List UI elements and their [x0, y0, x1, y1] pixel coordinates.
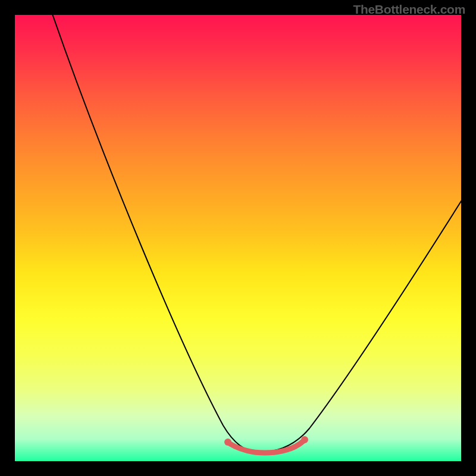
bottleneck-curve-right — [259, 199, 461, 452]
curve-layer — [51, 15, 461, 453]
bottleneck-curve-svg — [15, 15, 461, 461]
chart-area — [15, 15, 461, 461]
optimal-right-dot — [301, 436, 308, 443]
optimal-left-dot — [224, 439, 231, 446]
watermark-text: TheBottleneck.com — [353, 2, 465, 17]
bottleneck-curve-left — [51, 15, 259, 452]
